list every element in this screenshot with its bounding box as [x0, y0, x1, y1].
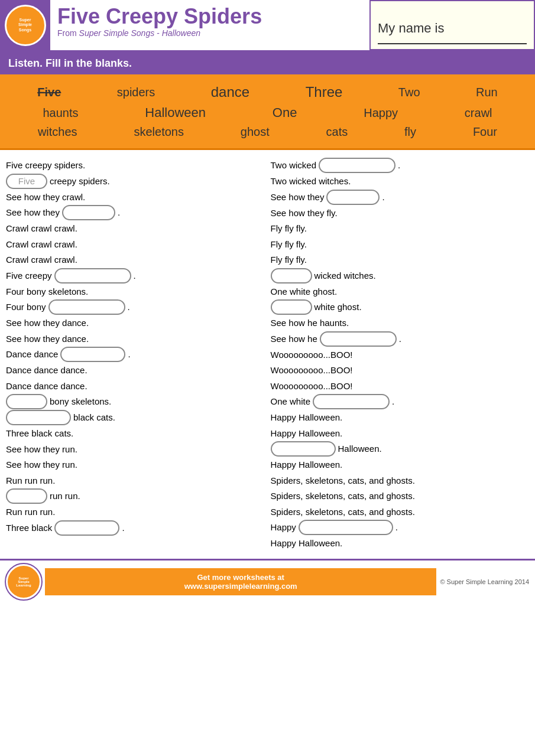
footer-line1: Get more worksheets at [50, 573, 432, 582]
line: Wooooooooo...BOO! [271, 347, 530, 363]
word-three: Three [301, 83, 348, 102]
word-bank-row-1: Five spiders dance Three Two Run [9, 83, 526, 102]
title-area: Five Creepy Spiders From Super Simple So… [50, 0, 369, 50]
line: Dance dance dance. [6, 379, 265, 394]
name-box: My name is [369, 0, 535, 50]
line: Happy Halloween. [271, 426, 530, 441]
blank-skeletons[interactable] [48, 299, 125, 315]
line: Two wicked witches. [271, 174, 530, 189]
word-ghost: ghost [236, 124, 274, 140]
blank-spiders[interactable] [54, 268, 131, 284]
line: Three black . [6, 520, 265, 536]
word-bank-row-2: haunts Halloween One Happy crawl [9, 104, 526, 122]
sub-title: From Super Simple Songs - Halloween [57, 28, 362, 38]
blank-run[interactable] [6, 488, 47, 504]
word-dance: dance [206, 83, 254, 102]
line: wicked witches. [271, 268, 530, 284]
line: Fly fly fly. [271, 221, 530, 236]
line: run run. [6, 488, 265, 504]
logo-text: SuperSimpleSongs [18, 18, 32, 32]
footer-middle: Get more worksheets at www.supersimplele… [45, 568, 436, 595]
logo-area: SuperSimpleSongs [0, 0, 50, 50]
line: See how they . [271, 190, 530, 205]
word-run: Run [471, 84, 502, 100]
word-halloween: Halloween [140, 104, 210, 122]
line: Crawl crawl crawl. [6, 252, 265, 268]
word-fly: fly [400, 124, 421, 140]
blank-ghost[interactable] [313, 394, 390, 409]
left-column: Five creepy spiders. Five creepy spiders… [6, 157, 265, 552]
word-bank: Five spiders dance Three Two Run haunts … [0, 74, 535, 150]
blank-two[interactable] [271, 268, 312, 284]
line: Four bony . [6, 299, 265, 315]
blank-three[interactable] [6, 410, 71, 425]
blank-halloween2[interactable] [299, 520, 393, 535]
word-happy: Happy [359, 105, 403, 121]
line: Happy Halloween. [271, 457, 530, 472]
instruction-text: Listen. Fill in the blanks. [8, 57, 132, 69]
footer: SuperSimpleLearning Get more worksheets … [0, 559, 535, 603]
line: white ghost. [271, 299, 530, 315]
word-witches: witches [33, 124, 82, 140]
line: bony skeletons. [6, 394, 265, 409]
sub-title-prefix: From [57, 28, 79, 38]
logo-circle: SuperSimpleSongs [5, 5, 46, 46]
line: Run run run. [6, 473, 265, 488]
line: See how they crawl. [6, 190, 265, 205]
word-two: Two [394, 84, 425, 100]
line: Happy Halloween. [271, 536, 530, 551]
header: SuperSimpleSongs Five Creepy Spiders Fro… [0, 0, 535, 53]
line: Wooooooooo...BOO! [271, 379, 530, 394]
blank-fly[interactable] [326, 190, 380, 205]
line: See how he . [271, 331, 530, 347]
blank-witches[interactable] [319, 158, 395, 173]
blank-happy[interactable] [271, 441, 336, 457]
footer-logo: SuperSimpleLearning [6, 564, 41, 599]
blank-four[interactable] [6, 394, 47, 409]
line: One white ghost. [271, 284, 530, 299]
line: Spiders, skeletons, cats, and ghosts. [271, 504, 530, 520]
line: Five creepy . [6, 268, 265, 284]
word-spiders: spiders [112, 84, 160, 100]
line: Two wicked . [271, 158, 530, 173]
word-haunts: haunts [38, 105, 83, 121]
name-label: My name is [378, 21, 527, 36]
footer-logo-text: SuperSimpleLearning [16, 576, 31, 587]
word-crawl: crawl [460, 105, 497, 121]
blank-haunts[interactable] [320, 331, 397, 347]
blank-crawl[interactable] [62, 205, 115, 220]
instruction-bar: Listen. Fill in the blanks. [0, 53, 535, 74]
blank-one[interactable] [271, 299, 312, 315]
line: Fly fly fly. [271, 252, 530, 268]
word-bank-row-3: witches skeletons ghost cats fly Four [9, 124, 526, 140]
word-cats: cats [322, 124, 353, 140]
line: Five creepy spiders. [6, 174, 265, 189]
line: Spiders, skeletons, cats, and ghosts. [271, 488, 530, 504]
line: Halloween. [271, 441, 530, 457]
line: See how they run. [6, 457, 265, 472]
sub-title-italic: Super Simple Songs - Halloween [79, 28, 200, 38]
right-column: Two wicked . Two wicked witches. See how… [271, 157, 530, 552]
prefilled-five: Five [6, 174, 47, 189]
word-one: One [268, 104, 302, 122]
word-five: Five [33, 84, 66, 100]
line: Three black cats. [6, 426, 265, 441]
line: Fly fly fly. [271, 237, 530, 252]
line: See how they fly. [271, 206, 530, 221]
blank-cats[interactable] [54, 520, 119, 536]
line: Four bony skeletons. [6, 284, 265, 299]
line: Crawl crawl crawl. [6, 237, 265, 252]
content-area: Five creepy spiders. Five creepy spiders… [0, 150, 535, 559]
line: Happy Halloween. [271, 410, 530, 425]
line: Wooooooooo...BOO! [271, 363, 530, 378]
blank-dance[interactable] [60, 347, 125, 362]
footer-copyright: © Super Simple Learning 2014 [440, 578, 529, 585]
line: See how he haunts. [271, 315, 530, 331]
line: Run run run. [6, 504, 265, 520]
line: black cats. [6, 410, 265, 425]
word-skeletons: skeletons [129, 124, 189, 140]
line: See how they dance. [6, 331, 265, 347]
line: Spiders, skeletons, cats, and ghosts. [271, 473, 530, 488]
footer-line2: www.supersimplelearning.com [50, 582, 432, 591]
line: Dance dance . [6, 347, 265, 362]
